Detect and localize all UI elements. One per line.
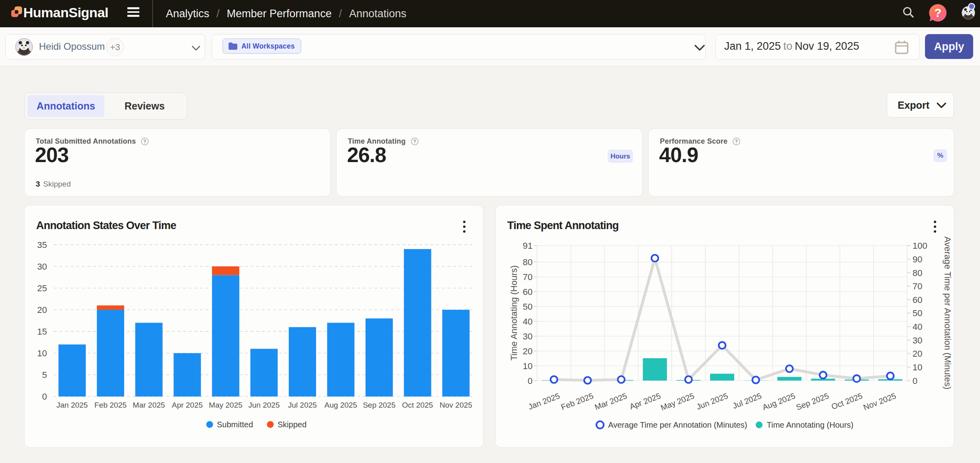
svg-text:?: ? [413, 139, 416, 144]
svg-text:?: ? [735, 139, 738, 144]
svg-text:?: ? [934, 6, 941, 19]
svg-text:?: ? [143, 139, 146, 144]
